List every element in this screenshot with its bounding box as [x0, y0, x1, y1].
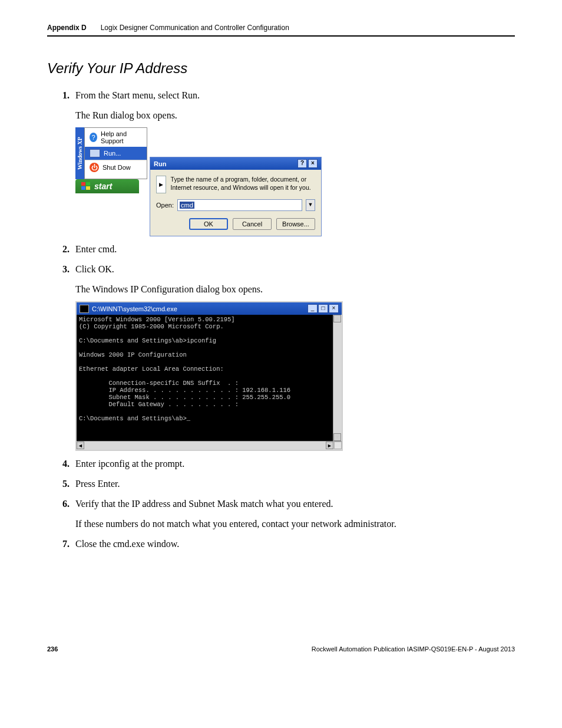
start-button[interactable]: start — [75, 179, 139, 193]
resize-grip-icon[interactable] — [334, 442, 342, 449]
step-text: Verify that the IP address and Subnet Ma… — [75, 497, 515, 511]
publication-line: Rockwell Automation Publication IASIMP-Q… — [312, 645, 515, 653]
dialog-help-button[interactable]: ? — [297, 159, 307, 168]
step-text: Enter ipconfig at the prompt. — [75, 457, 515, 471]
section-title: Verify Your IP Address — [47, 60, 515, 77]
step-text: Enter cmd. — [75, 242, 515, 256]
step-number: 4. — [59, 457, 70, 471]
ok-button[interactable]: OK — [189, 218, 228, 230]
steps-list: 2. Enter cmd. 3. Click OK. — [59, 242, 515, 276]
windows-flag-icon — [81, 182, 91, 190]
run-dialog-title: Run — [154, 160, 166, 167]
start-menu-column: ? Help and Support Run... ⏻ Shut Dow — [84, 127, 147, 179]
step-text: Press Enter. — [75, 477, 515, 491]
menu-item-shutdown[interactable]: ⏻ Shut Dow — [85, 160, 147, 174]
open-dropdown-button[interactable]: ▼ — [306, 199, 315, 211]
cmd-icon — [80, 305, 89, 313]
menu-label: Shut Dow — [103, 164, 131, 171]
run-dialog: Run ? × ▶ Type the name of a program, fo… — [150, 157, 322, 236]
page-number: 236 — [47, 645, 58, 653]
step-text: Close the cmd.exe window. — [75, 537, 515, 551]
step-5: 5. Press Enter. — [59, 477, 515, 491]
step-4: 4. Enter ipconfig at the prompt. — [59, 457, 515, 471]
appendix-label: Appendix D — [47, 24, 87, 32]
step-number: 3. — [59, 262, 70, 276]
help-icon: ? — [90, 133, 97, 142]
page-header: Appendix D Logix Designer Communication … — [47, 24, 515, 37]
menu-label: Help and Support — [101, 130, 142, 144]
step-6: 6. Verify that the IP address and Subnet… — [59, 497, 515, 511]
figure-cmd-window: C:\WINNT\system32\cmd.exe _ □ × Microsof… — [75, 301, 515, 451]
start-label: start — [94, 182, 112, 191]
open-input[interactable]: cmd — [177, 199, 302, 211]
close-button[interactable]: × — [329, 304, 339, 313]
step-number: 5. — [59, 477, 70, 491]
step-number: 1. — [59, 88, 70, 103]
step-3: 3. Click OK. — [59, 262, 515, 276]
run-icon — [90, 149, 100, 157]
run-dialog-titlebar: Run ? × — [150, 157, 321, 170]
dialog-close-button[interactable]: × — [308, 159, 318, 168]
cmd-output: Microsoft Windows 2000 [Version 5.00.219… — [77, 315, 342, 441]
menu-item-run[interactable]: Run... — [85, 147, 147, 160]
power-icon: ⏻ — [90, 163, 99, 172]
run-dialog-description: Type the name of a program, folder, docu… — [171, 176, 315, 193]
step-text: From the Start menu, select Run. — [75, 88, 515, 103]
step-number: 2. — [59, 242, 70, 256]
cmd-titlebar: C:\WINNT\system32\cmd.exe _ □ × — [77, 302, 342, 315]
step-text: Click OK. — [75, 262, 515, 276]
step-1-subtext: The Run dialog box opens. — [75, 108, 515, 123]
cancel-button[interactable]: Cancel — [233, 218, 272, 230]
step-7: 7. Close the cmd.exe window. — [59, 537, 515, 551]
open-input-value: cmd — [180, 202, 194, 209]
step-number: 6. — [59, 497, 70, 511]
scroll-left-icon[interactable]: ◄ — [77, 442, 84, 449]
run-dialog-icon: ▶ — [156, 176, 166, 193]
minimize-button[interactable]: _ — [308, 304, 318, 313]
horizontal-scrollbar[interactable]: ◄ ► — [77, 441, 342, 450]
cmd-text: Microsoft Windows 2000 [Version 5.00.219… — [79, 316, 290, 422]
cmd-title-text: C:\WINNT\system32\cmd.exe — [92, 305, 177, 312]
appendix-title: Logix Designer Communication and Control… — [101, 24, 289, 32]
step-2: 2. Enter cmd. — [59, 242, 515, 256]
vertical-scrollbar[interactable]: ▲ ▼ — [333, 315, 342, 441]
browse-button[interactable]: Browse... — [276, 218, 315, 230]
scroll-down-icon[interactable]: ▼ — [333, 433, 341, 441]
open-label: Open: — [156, 202, 174, 209]
steps-list: 7. Close the cmd.exe window. — [59, 537, 515, 551]
step-1: 1. From the Start menu, select Run. — [59, 88, 515, 103]
menu-label: Run... — [104, 150, 121, 157]
figure-startmenu-run: Windows XP ? Help and Support Run... ⏻ S… — [75, 127, 515, 236]
step-6-subtext: If these numbers do not match what you e… — [75, 517, 515, 531]
scroll-right-icon[interactable]: ► — [326, 442, 333, 449]
menu-item-help[interactable]: ? Help and Support — [85, 128, 147, 147]
page-footer: 236 Rockwell Automation Publication IASI… — [47, 645, 515, 653]
maximize-button[interactable]: □ — [318, 304, 328, 313]
steps-list: 1. From the Start menu, select Run. — [59, 88, 515, 103]
windows-xp-brand-bar: Windows XP — [75, 127, 84, 179]
step-3-subtext: The Windows IP Configuration dialog box … — [75, 282, 515, 297]
step-number: 7. — [59, 537, 70, 551]
scroll-up-icon[interactable]: ▲ — [333, 315, 341, 322]
steps-list: 4. Enter ipconfig at the prompt. 5. Pres… — [59, 457, 515, 511]
